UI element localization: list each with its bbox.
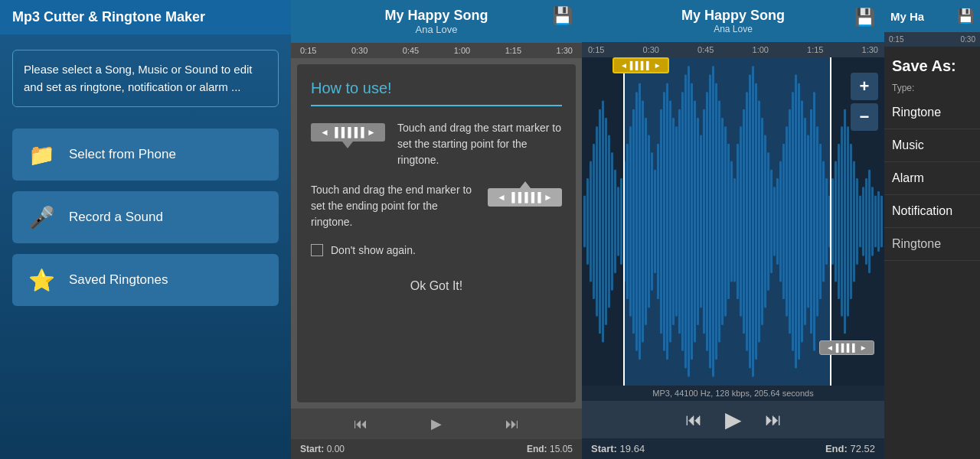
svg-rect-100	[624, 57, 831, 386]
svg-rect-13	[617, 187, 619, 256]
select-phone-label: Select from Phone	[69, 147, 176, 162]
save-song-title: My Ha	[890, 10, 924, 23]
svg-rect-90	[853, 161, 855, 282]
svg-rect-88	[847, 126, 849, 316]
play-button[interactable]: ▶	[725, 407, 742, 432]
nav-play-button[interactable]: ▶	[431, 415, 442, 432]
dont-show-row[interactable]: Don't show again.	[311, 244, 562, 256]
svg-rect-98	[877, 191, 880, 252]
save-floppy-icon[interactable]: 💾	[957, 8, 974, 24]
waveform-bars	[582, 57, 884, 386]
save-option-notification[interactable]: Notification	[884, 195, 980, 228]
svg-rect-86	[841, 126, 843, 316]
modal-divider	[311, 105, 562, 106]
zoom-in-button[interactable]: +	[851, 73, 878, 100]
waveform-start: Start: 19.64	[591, 443, 645, 454]
ok-got-it-button[interactable]: Ok Got It!	[311, 272, 562, 301]
modal-body: How to use! ◄ ▐▐▐▐▐ ► Touch and drag the…	[297, 64, 576, 402]
waveform-file-info: MP3, 44100 Hz, 128 kbps, 205.64 seconds	[582, 386, 884, 401]
dont-show-checkbox[interactable]	[311, 244, 323, 256]
svg-rect-91	[856, 178, 858, 265]
select-phone-button[interactable]: 📁 Select from Phone	[12, 129, 279, 181]
modal-footer: Start: 0.00 End: 15.05	[291, 439, 582, 459]
svg-rect-92	[859, 196, 861, 248]
svg-rect-4	[590, 161, 592, 282]
waveform-footer: Start: 19.64 End: 72.52	[582, 438, 884, 459]
nav-prev-button[interactable]: ⏮	[354, 416, 368, 432]
waveform-end: End: 72.52	[825, 443, 875, 454]
modal-start-label: Start: 0.00	[300, 444, 345, 454]
svg-rect-87	[844, 109, 846, 334]
zoom-out-button[interactable]: −	[851, 103, 878, 131]
svg-rect-84	[835, 161, 837, 282]
description-box: Please select a Song, Music or Sound to …	[12, 50, 279, 107]
save-as-title: Save As:	[884, 47, 980, 80]
save-option-ringtone[interactable]: Ringtone	[884, 96, 980, 129]
option-ringtone-2-label: Ringtone	[892, 237, 941, 250]
save-header: My Ha 💾	[884, 0, 980, 32]
start-marker-handle[interactable]: ◄ ▌▌▌▌ ►	[612, 57, 669, 73]
zoom-controls: + −	[851, 73, 878, 131]
modal-timeline: 0:15 0:30 0:45 1:00 1:15 1:30	[291, 43, 582, 58]
dont-show-label: Don't show again.	[331, 244, 416, 256]
rewind-button[interactable]: ⏮	[685, 410, 702, 430]
waveform-panel: My Happy Song Ana Love 💾 0:15 0:30 0:45 …	[582, 0, 884, 459]
svg-rect-11	[611, 152, 613, 291]
svg-rect-93	[862, 187, 864, 256]
file-info-text: MP3, 44100 Hz, 128 kbps, 205.64 seconds	[652, 389, 813, 398]
modal-song-header: My Happy Song Ana Love	[291, 0, 582, 43]
svg-rect-97	[874, 196, 877, 248]
instruction-1-text: Touch and drag the start marker to set t…	[397, 120, 562, 168]
option-ringtone-label: Ringtone	[892, 106, 941, 119]
star-icon: ⭐	[24, 263, 58, 297]
svg-rect-9	[605, 118, 607, 325]
waveform-song-title: My Happy Song	[681, 8, 785, 24]
option-alarm-label: Alarm	[892, 171, 924, 184]
description-text: Please select a Song, Music or Sound to …	[24, 63, 253, 93]
modal-song-artist: Ana Love	[303, 24, 570, 35]
how-to-title: How to use!	[311, 80, 562, 97]
saved-ringtones-button[interactable]: ⭐ Saved Ringtones	[12, 254, 279, 306]
modal-end-label: End: 15.05	[527, 444, 573, 454]
svg-rect-7	[599, 109, 601, 334]
end-marker-icon: ◄ ▐▐▐▐▐ ►	[488, 182, 562, 207]
save-option-ringtone-2[interactable]: Ringtone	[884, 228, 980, 261]
waveform-header: My Happy Song Ana Love 💾	[582, 0, 884, 42]
modal-bottom-bar: ⏮ ▶ ⏭	[291, 409, 582, 439]
nav-next-button[interactable]: ⏭	[505, 416, 519, 432]
svg-rect-8	[602, 100, 604, 342]
modal-song-title: My Happy Song	[303, 8, 570, 24]
option-music-label: Music	[892, 138, 924, 151]
left-panel: Mp3 Cutter & Ringtone Maker Please selec…	[0, 0, 291, 459]
record-sound-label: Record a Sound	[69, 210, 163, 225]
modal-panel: My Happy Song Ana Love 0:15 0:30 0:45 1:…	[291, 0, 582, 459]
saved-ringtones-label: Saved Ringtones	[69, 272, 168, 288]
svg-rect-96	[871, 187, 874, 256]
save-option-music[interactable]: Music	[884, 129, 980, 162]
svg-rect-6	[596, 126, 598, 316]
forward-button[interactable]: ⏭	[765, 410, 782, 430]
modal-floppy-icon[interactable]: 💾	[552, 6, 573, 26]
microphone-icon: 🎤	[24, 200, 58, 234]
left-panel-content: Please select a Song, Music or Sound to …	[0, 34, 291, 459]
svg-rect-99	[880, 196, 883, 248]
svg-rect-5	[593, 144, 595, 299]
svg-rect-85	[838, 144, 840, 299]
save-timeline: 0:15 0:30	[884, 32, 980, 47]
svg-rect-3	[586, 178, 589, 265]
svg-rect-12	[614, 170, 616, 273]
svg-rect-14	[620, 178, 622, 265]
waveform-area[interactable]: // Generate waveform bars inline via SVG…	[582, 57, 884, 386]
record-sound-button[interactable]: 🎤 Record a Sound	[12, 191, 279, 243]
option-notification-label: Notification	[892, 204, 952, 217]
instruction-2-row: Touch and drag the end marker to set the…	[311, 182, 562, 230]
save-option-alarm[interactable]: Alarm	[884, 162, 980, 195]
ok-button-label: Ok Got It!	[410, 279, 462, 292]
instruction-2-text: Touch and drag the end marker to set the…	[311, 182, 479, 230]
waveform-song-artist: Ana Love	[681, 24, 785, 34]
save-type-label: Type:	[884, 80, 980, 96]
save-panel: My Ha 💾 0:15 0:30 Save As: Type: Rington…	[884, 0, 980, 459]
end-marker-handle[interactable]: ◄ ▌▌▌▌ ►	[819, 340, 874, 355]
folder-icon: 📁	[24, 138, 58, 171]
waveform-floppy-icon[interactable]: 💾	[854, 8, 875, 28]
